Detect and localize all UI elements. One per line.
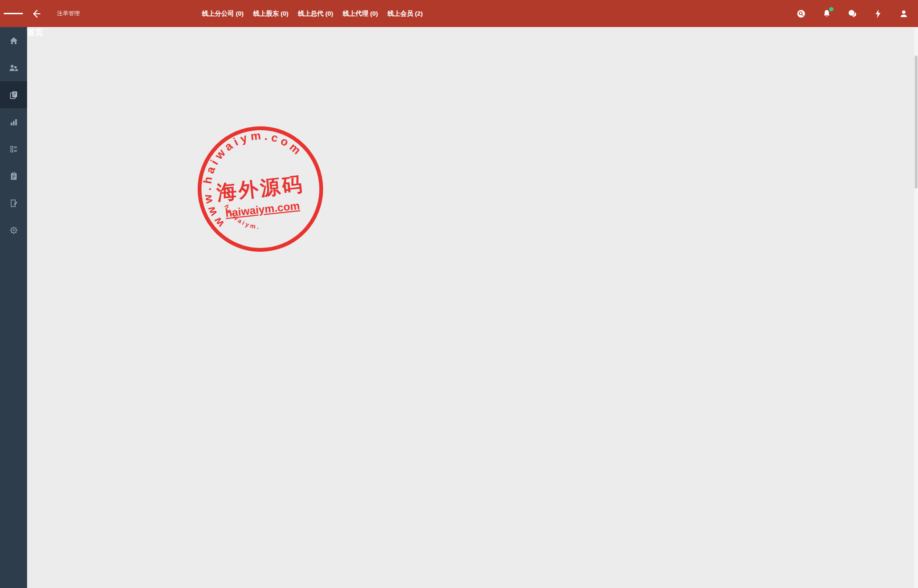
nav-online-agent[interactable]: 线上代理 (0)	[343, 9, 378, 18]
home-icon	[9, 36, 19, 46]
nav-online-branch[interactable]: 线上分公司 (0)	[202, 9, 244, 18]
top-header: 注单管理 首页 线上分公司 (0) 线上股东 (0) 线上总代 (0) 线上代理…	[0, 0, 918, 27]
notification-dot	[829, 7, 833, 11]
menu-icon[interactable]	[4, 4, 23, 23]
user-icon[interactable]	[896, 6, 911, 21]
sidebar-item-settings[interactable]	[0, 217, 27, 244]
nav-online-shareholder[interactable]: 线上股东 (0)	[253, 9, 288, 18]
header-nav: 线上分公司 (0) 线上股东 (0) 线上总代 (0) 线上代理 (0) 线上会…	[202, 0, 423, 27]
back-arrow-icon[interactable]	[27, 4, 46, 23]
sidebar-item-reports[interactable]	[0, 108, 27, 135]
list-grid-icon	[9, 144, 19, 154]
nav-online-member[interactable]: 线上会员 (2)	[388, 9, 423, 18]
nav-online-master-agent[interactable]: 线上总代 (0)	[298, 9, 333, 18]
vertical-scrollbar[interactable]	[914, 27, 918, 588]
sidebar-item-members[interactable]	[0, 54, 27, 81]
bell-icon[interactable]	[819, 6, 834, 21]
sidebar-item-bet-orders[interactable]	[0, 81, 27, 108]
scrollbar-thumb[interactable]	[915, 56, 918, 189]
search-icon[interactable]	[794, 6, 809, 21]
bar-chart-icon	[9, 117, 19, 127]
documents-icon	[9, 90, 19, 100]
sidebar	[0, 27, 27, 588]
sidebar-item-dashboard[interactable]	[0, 135, 27, 162]
sidebar-item-logs[interactable]	[0, 190, 27, 217]
app-title: 注单管理	[57, 10, 80, 17]
chat-icon[interactable]	[845, 6, 860, 21]
file-edit-icon	[9, 199, 19, 208]
flash-icon[interactable]	[870, 6, 886, 21]
page-title: 首页	[27, 28, 918, 588]
users-icon	[9, 63, 19, 73]
sidebar-item-home[interactable]	[0, 27, 27, 54]
gear-icon	[9, 226, 19, 235]
clipboard-icon	[9, 171, 19, 181]
sidebar-item-records[interactable]	[0, 162, 27, 190]
breadcrumb: 注单管理 首页	[57, 10, 80, 17]
